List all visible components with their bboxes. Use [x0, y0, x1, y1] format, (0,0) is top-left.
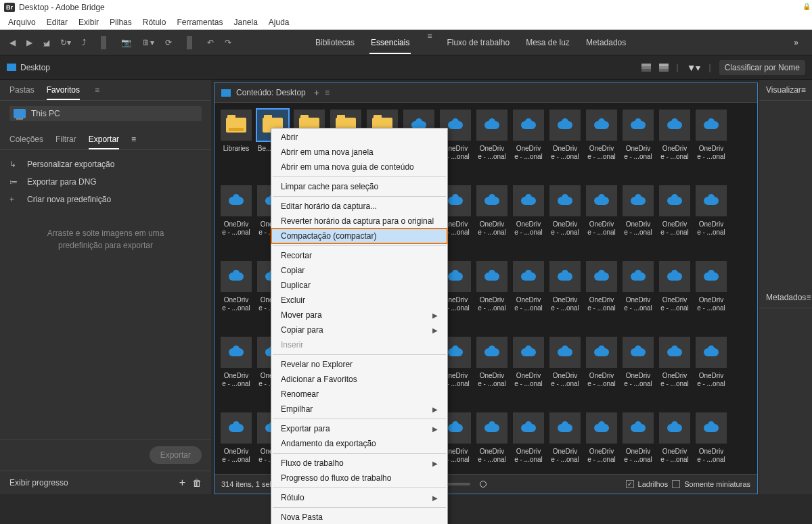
grid-item[interactable]: OneDrive - ...onal	[547, 110, 583, 184]
ladrilhos-checkbox[interactable]	[626, 480, 634, 488]
add-tab-icon[interactable]: +	[314, 87, 319, 98]
thumb-size-small-icon[interactable]	[641, 64, 651, 72]
workspace-tab[interactable]: Fluxo de trabalho	[445, 31, 511, 54]
context-menu-item[interactable]: Renomear	[271, 387, 447, 402]
grid-item[interactable]: OneDrive - ...onal	[694, 337, 729, 411]
panel-menu-icon[interactable]: ≡	[95, 85, 99, 100]
nav-forward-icon[interactable]: ▶	[24, 35, 35, 50]
grid-item[interactable]: OneDrive - ...onal	[511, 337, 546, 411]
path-location[interactable]: Desktop	[20, 63, 50, 72]
sort-button[interactable]: Classificar por Nome	[719, 60, 805, 75]
grid-item[interactable]: OneDrive - ...onal	[694, 110, 729, 184]
grid-item[interactable]: Libraries	[219, 110, 254, 184]
grid-item[interactable]: OneDrive - ...onal	[621, 261, 656, 335]
grid-item[interactable]: OneDrive - ...onal	[621, 110, 656, 184]
more-workspaces-icon[interactable]: »	[787, 38, 805, 47]
menu-editar[interactable]: Editar	[41, 18, 73, 27]
context-menu-item[interactable]: Abrir	[271, 130, 447, 145]
grid-item[interactable]: OneDrive - ...onal	[511, 412, 546, 474]
context-menu-item[interactable]: Revelar no Explorer	[271, 357, 447, 372]
grid-item[interactable]: OneDrive - ...onal	[621, 337, 656, 411]
context-menu-item[interactable]: Nova Pasta	[271, 510, 447, 524]
grid-item[interactable]: OneDrive - ...onal	[584, 412, 619, 474]
grid-item[interactable]: OneDrive - ...onal	[657, 337, 692, 411]
grid-item[interactable]: OneDrive - ...onal	[474, 412, 510, 474]
panel-menu-icon[interactable]: ≡	[806, 293, 811, 302]
workspace-tab[interactable]: Mesa de luz	[524, 31, 571, 54]
context-menu-item[interactable]: Duplicar	[271, 278, 447, 293]
grid-item[interactable]: OneDrive - ...onal	[219, 185, 254, 260]
grid-item[interactable]: OneDrive - ...onal	[511, 261, 546, 335]
context-menu-item[interactable]: Copiar	[271, 263, 447, 278]
nav-back-icon[interactable]: ◀	[7, 35, 18, 50]
grid-item[interactable]: OneDrive - ...onal	[547, 412, 583, 474]
workspace-tab[interactable]: Essenciais	[369, 31, 411, 54]
grid-item[interactable]: OneDrive - ...onal	[219, 412, 254, 474]
export-item[interactable]: ↳Personalizar exportação	[0, 156, 211, 173]
grid-item[interactable]: OneDrive - ...onal	[474, 337, 510, 411]
context-menu-item[interactable]: Reverter horário da captura para o origi…	[271, 214, 447, 229]
undo-icon[interactable]: ↶	[204, 35, 217, 50]
grid-item[interactable]: OneDrive - ...onal	[511, 110, 546, 184]
menu-pilhas[interactable]: Pilhas	[104, 18, 137, 27]
grid-item[interactable]: OneDrive - ...onal	[547, 261, 583, 335]
grid-item[interactable]: OneDrive - ...onal	[657, 261, 692, 335]
context-menu-item[interactable]: Progresso do fluxo de trabalho	[271, 471, 447, 485]
grid-item[interactable]: OneDrive - ...onal	[584, 337, 619, 411]
grid-item[interactable]: OneDrive - ...onal	[474, 110, 510, 184]
grid-item[interactable]: OneDrive - ...onal	[511, 185, 546, 260]
camera-icon[interactable]: 📷	[118, 35, 134, 50]
grid-item[interactable]: OneDrive - ...onal	[657, 110, 692, 184]
context-menu-item[interactable]: Recortar	[271, 248, 447, 263]
export-button[interactable]: Exportar	[150, 446, 202, 464]
context-menu-item[interactable]: Compactação (compactar)	[271, 229, 447, 243]
grid-item[interactable]: OneDrive - ...onal	[219, 337, 254, 411]
workspace-tab[interactable]: Bibliotecas	[314, 31, 356, 54]
panel-tab[interactable]: Pastas	[9, 85, 35, 100]
grid-item[interactable]: OneDrive - ...onal	[657, 185, 692, 260]
grid-item[interactable]: OneDrive - ...onal	[694, 412, 729, 474]
grid-item[interactable]: OneDrive - ...onal	[694, 261, 729, 335]
grid-item[interactable]: OneDrive - ...onal	[474, 185, 510, 260]
thumb-size-large-icon[interactable]	[659, 64, 669, 72]
menu-rótulo[interactable]: Rótulo	[137, 18, 172, 27]
context-menu-item[interactable]: Rótulo▶	[271, 490, 447, 505]
zoom-in-icon[interactable]	[480, 481, 487, 487]
context-menu-item[interactable]: Editar horário da captura...	[271, 199, 447, 214]
context-menu-item[interactable]: Fluxo de trabalho▶	[271, 456, 447, 471]
tab-visualizar[interactable]: Visualizar≡	[759, 80, 812, 101]
tab-metadados[interactable]: Metadados≡	[759, 287, 812, 308]
miniaturas-checkbox[interactable]	[672, 480, 680, 488]
context-menu-item[interactable]: Adicionar a Favoritos	[271, 372, 447, 387]
menu-ferramentas[interactable]: Ferramentas	[171, 18, 228, 27]
export-item[interactable]: ≔Exportar para DNG	[0, 173, 211, 191]
history-icon[interactable]: ↻▾	[58, 35, 74, 50]
batch-icon[interactable]: 🗎▾	[139, 35, 157, 50]
context-menu-item[interactable]: Empilhar▶	[271, 402, 447, 416]
context-menu-item[interactable]: Limpar cache para seleção	[271, 179, 447, 194]
menu-arquivo[interactable]: Arquivo	[3, 18, 41, 27]
grid-item[interactable]: OneDrive - ...onal	[694, 185, 729, 260]
delete-preset-icon[interactable]: 🗑	[192, 477, 202, 488]
context-menu-item[interactable]: Abrir em uma nova janela	[271, 145, 447, 160]
context-menu-item[interactable]: Exportar para▶	[271, 421, 447, 436]
refresh-icon[interactable]: ⟳	[162, 35, 175, 50]
grid-item[interactable]: OneDrive - ...onal	[584, 110, 619, 184]
menu-janela[interactable]: Janela	[228, 18, 263, 27]
context-menu[interactable]: AbrirAbrir em uma nova janelaAbrir em um…	[271, 128, 448, 524]
grid-item[interactable]: OneDrive - ...onal	[621, 185, 656, 260]
panel-tab[interactable]: Filtrar	[55, 135, 76, 149]
grid-item[interactable]: OneDrive - ...onal	[657, 412, 692, 474]
menu-ajuda[interactable]: Ajuda	[263, 18, 295, 27]
grid-item[interactable]: OneDrive - ...onal	[547, 337, 583, 411]
grid-item[interactable]: OneDrive - ...onal	[621, 412, 656, 474]
panel-tab[interactable]: Exportar	[89, 135, 119, 149]
menu-exibir[interactable]: Exibir	[73, 18, 104, 27]
grid-item[interactable]: OneDrive - ...onal	[584, 185, 619, 260]
panel-menu-icon[interactable]: ≡	[801, 85, 806, 95]
context-menu-item[interactable]: Mover para▶	[271, 308, 447, 323]
add-preset-icon[interactable]: +	[179, 477, 185, 489]
context-menu-item[interactable]: Andamento da exportação	[271, 436, 447, 451]
reveal-icon[interactable]: ⤴	[79, 35, 89, 50]
grid-item[interactable]: OneDrive - ...onal	[219, 261, 254, 335]
